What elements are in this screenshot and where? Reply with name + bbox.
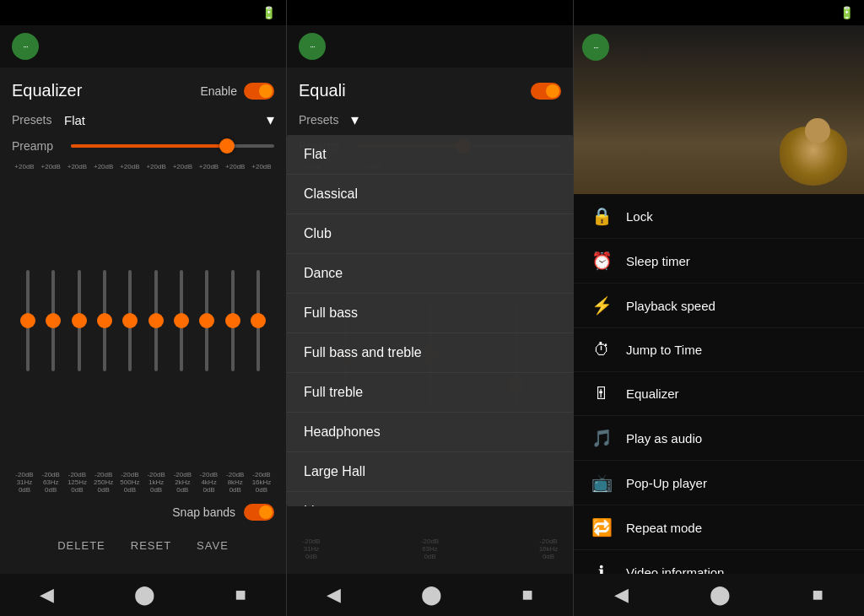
preset-full-bass-treble[interactable]: Full bass and treble [287, 333, 573, 373]
preamp-fill-left [71, 144, 224, 148]
left-panel: 🔋 Equalizer Enable Presets Flat ▾ Preamp [0, 0, 287, 616]
preset-headphones[interactable]: Headphones [287, 413, 573, 452]
lock-icon: 🔒 [591, 206, 613, 226]
presets-dropdown-left[interactable]: ▾ [267, 111, 274, 129]
menu-item-equalizer[interactable]: 🎚 Equalizer [574, 372, 864, 416]
play-as-audio-icon: 🎵 [591, 428, 613, 448]
play-as-audio-label: Play as audio [626, 431, 702, 446]
presets-dropdown-middle[interactable]: ▾ [351, 111, 359, 129]
video-info-label: Video information [626, 565, 724, 575]
menu-dot-middle[interactable] [299, 33, 326, 60]
sleep-timer-label: Sleep timer [626, 254, 690, 268]
presets-row-middle: Presets ▾ [299, 111, 561, 129]
preset-dance[interactable]: Dance [287, 254, 573, 294]
presets-label-middle: Presets [299, 113, 343, 127]
status-bar: 🔋 [0, 0, 286, 25]
video-area [574, 25, 864, 194]
preset-full-treble[interactable]: Full treble [287, 373, 573, 413]
menu-item-sleep-timer[interactable]: ⏰ Sleep timer [574, 239, 864, 284]
preset-live[interactable]: Live [287, 492, 573, 506]
home-btn-left[interactable]: ⬤ [134, 584, 155, 606]
menu-item-video-info[interactable]: ℹ Video information [574, 550, 864, 574]
home-btn-right[interactable]: ⬤ [710, 584, 731, 606]
playback-speed-label: Playback speed [626, 299, 716, 313]
band-1khz [143, 270, 168, 371]
cat-head [805, 118, 830, 143]
recent-btn-middle[interactable]: ■ [521, 584, 532, 606]
jump-to-time-icon: ⏱ [591, 340, 613, 359]
band-31hz [15, 270, 40, 371]
eq-title-left: Equalizer [12, 81, 82, 100]
presets-label-left: Presets [12, 113, 56, 127]
presets-value-left: Flat [64, 113, 258, 127]
presets-row-left: Presets Flat ▾ [12, 111, 274, 129]
back-btn-middle[interactable]: ◀ [327, 584, 341, 606]
action-buttons-left: DELETE RESET SAVE [12, 531, 274, 560]
top-area-left [0, 25, 286, 68]
menu-list: 🔒 Lock ⏰ Sleep timer ⚡ Playback speed ⏱ … [574, 194, 864, 574]
back-btn-left[interactable]: ◀ [40, 584, 54, 606]
preset-classical[interactable]: Classical [287, 175, 573, 214]
middle-panel: Equali Presets ▾ Preamp +20dB +20dB +20d… [287, 0, 574, 616]
preset-full-bass[interactable]: Full bass [287, 294, 573, 333]
db-bottom-labels-middle: -20dB31Hz0dB -20dB63Hz0dB -20dB16kHz0dB [299, 538, 561, 560]
delete-btn-left[interactable]: DELETE [57, 539, 105, 552]
bands-area-left [12, 181, 274, 461]
menu-item-playback-speed[interactable]: ⚡ Playback speed [574, 284, 864, 328]
preamp-thumb-left [219, 138, 235, 154]
right-panel: 🔋 🔒 Lock ⏰ Sleep timer ⚡ Playback speed … [574, 0, 864, 616]
playback-speed-icon: ⚡ [591, 295, 613, 316]
reset-btn-left[interactable]: RESET [131, 539, 171, 552]
menu-item-jump-to-time[interactable]: ⏱ Jump to Time [574, 328, 864, 372]
preset-flat[interactable]: Flat [287, 135, 573, 175]
bottom-nav-right: ◀ ⬤ ■ [574, 574, 864, 616]
preset-club[interactable]: Club [287, 214, 573, 254]
preamp-row-left: Preamp [12, 139, 274, 153]
recent-btn-left[interactable]: ■ [235, 584, 246, 606]
snap-toggle-left[interactable] [244, 504, 274, 521]
eq-header-left: Equalizer Enable [12, 81, 274, 100]
popup-player-label: Pop-Up player [626, 476, 707, 490]
status-bar-right-panel: 🔋 [574, 0, 864, 25]
preset-dropdown-menu[interactable]: Flat Classical Club Dance Full bass Full… [287, 135, 573, 506]
menu-item-repeat-mode[interactable]: 🔁 Repeat mode [574, 505, 864, 550]
home-btn-middle[interactable]: ⬤ [421, 584, 442, 606]
enable-toggle-middle[interactable] [531, 83, 561, 100]
db-top-labels-left: +20dB +20dB +20dB +20dB +20dB +20dB +20d… [12, 163, 274, 170]
video-info-icon: ℹ [591, 562, 613, 574]
menu-item-lock[interactable]: 🔒 Lock [574, 194, 864, 239]
menu-dot-right[interactable] [582, 34, 609, 61]
preamp-label-left: Preamp [12, 139, 62, 153]
eq-title-middle: Equali [299, 81, 346, 100]
battery-area-right: 🔋 [840, 6, 854, 19]
band-4khz [194, 270, 219, 371]
band-250hz [92, 270, 117, 371]
band-8khz [219, 270, 245, 371]
snap-label-left: Snap bands [172, 505, 235, 519]
preset-large-hall[interactable]: Large Hall [287, 452, 573, 492]
video-frame [574, 25, 864, 194]
preamp-slider-left[interactable] [71, 144, 274, 148]
battery-icon: 🔋 [262, 6, 276, 19]
menu-dot-left[interactable] [12, 33, 39, 60]
eq-enable-left: Enable [200, 83, 274, 100]
status-bar-middle [287, 0, 573, 25]
status-bar-right: 🔋 [262, 6, 276, 19]
snap-row-left: Snap bands [12, 504, 274, 521]
recent-btn-right[interactable]: ■ [813, 584, 824, 606]
band-63hz [40, 270, 66, 371]
band-500hz [117, 270, 143, 371]
eq-enable-middle [531, 83, 561, 100]
band-16khz [246, 270, 271, 371]
menu-item-play-as-audio[interactable]: 🎵 Play as audio [574, 416, 864, 461]
equalizer-label: Equalizer [626, 386, 679, 401]
save-btn-left[interactable]: SAVE [197, 539, 229, 552]
equalizer-content-left: Equalizer Enable Presets Flat ▾ Preamp +… [0, 68, 286, 574]
top-area-middle [287, 25, 573, 68]
back-btn-right[interactable]: ◀ [614, 584, 629, 606]
menu-item-popup-player[interactable]: 📺 Pop-Up player [574, 461, 864, 505]
equalizer-content-middle: Equali Presets ▾ Preamp +20dB +20dB +20d… [287, 68, 573, 574]
enable-toggle-left[interactable] [244, 83, 274, 100]
repeat-mode-label: Repeat mode [626, 521, 702, 535]
band-2khz [169, 270, 194, 371]
